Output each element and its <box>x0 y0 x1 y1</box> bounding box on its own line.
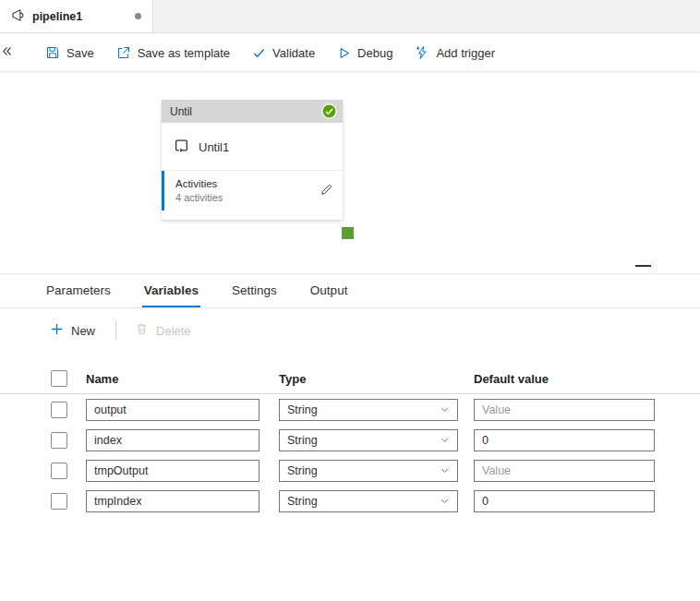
variable-default-input[interactable] <box>474 399 655 421</box>
type-value: String <box>287 403 318 416</box>
until-activity-name-row[interactable]: Until1 <box>162 123 343 170</box>
type-value: String <box>287 464 318 477</box>
delete-variable-button: Delete <box>129 318 197 343</box>
variable-row: String <box>0 425 700 455</box>
pipeline-canvas[interactable]: Until Until1 Activities 4 activities <box>0 73 700 273</box>
collapse-sidebar-icon[interactable] <box>1 45 13 60</box>
tab-pipeline1[interactable]: pipeline1 <box>0 0 153 32</box>
plus-icon <box>50 322 64 339</box>
save-button[interactable]: Save <box>35 40 104 66</box>
editor-tab-bar: pipeline1 <box>0 0 700 33</box>
save-as-template-button[interactable]: Save as template <box>106 40 240 66</box>
variable-default-input[interactable] <box>474 490 655 512</box>
variable-row: String <box>0 394 700 425</box>
until-activity-card[interactable]: Until Until1 Activities 4 activities <box>162 100 343 220</box>
variable-name-input[interactable] <box>86 490 259 512</box>
chevron-down-icon <box>440 435 450 445</box>
until-type-label: Until <box>170 105 192 118</box>
until-activities-section[interactable]: Activities 4 activities <box>162 171 343 210</box>
type-column-header: Type <box>279 372 474 386</box>
new-variable-button[interactable]: New <box>44 318 101 343</box>
add-trigger-lightning-icon <box>415 45 429 60</box>
variable-type-dropdown[interactable]: String <box>279 460 458 482</box>
until-activity-header: Until <box>162 100 343 123</box>
add-trigger-label: Add trigger <box>436 46 495 60</box>
until-activity-name: Until1 <box>199 140 229 154</box>
variable-row: String <box>0 486 700 516</box>
edit-activities-pencil-icon[interactable] <box>320 183 333 199</box>
tab-variables[interactable]: Variables <box>142 274 200 307</box>
validate-label: Validate <box>272 46 315 60</box>
chevron-down-icon <box>440 404 450 415</box>
trash-icon <box>135 322 149 339</box>
validate-check-icon <box>252 46 266 60</box>
delete-label: Delete <box>156 324 191 338</box>
variable-type-dropdown[interactable]: String <box>279 429 458 451</box>
default-column-header: Default value <box>474 372 656 386</box>
activities-count: 4 activities <box>175 191 223 204</box>
type-value: String <box>287 434 318 447</box>
panel-collapse-handle[interactable] <box>635 265 651 267</box>
save-as-template-label: Save as template <box>138 46 230 60</box>
pipeline-toolbar: Save Save as template Validate Debug <box>0 34 700 72</box>
name-column-header: Name <box>86 372 279 386</box>
save-icon <box>45 45 60 60</box>
tab-parameters[interactable]: Parameters <box>44 274 113 307</box>
panel-tabs: Parameters Variables Settings Output <box>0 274 700 308</box>
until-loop-icon <box>174 138 189 156</box>
unsaved-changes-dot <box>135 13 141 19</box>
row-checkbox[interactable] <box>51 463 67 479</box>
pipeline-icon <box>11 8 25 25</box>
row-checkbox[interactable] <box>51 402 67 418</box>
variable-default-input[interactable] <box>474 460 655 482</box>
until-activities-text: Activities 4 activities <box>175 177 223 204</box>
variables-table-header: Name Type Default value <box>0 364 700 394</box>
variable-default-input[interactable] <box>474 429 655 451</box>
select-all-checkbox[interactable] <box>51 370 67 387</box>
row-checkbox[interactable] <box>51 432 67 449</box>
save-label: Save <box>66 46 94 60</box>
variable-name-input[interactable] <box>86 460 259 482</box>
chevron-down-icon <box>440 496 450 506</box>
variable-name-input[interactable] <box>86 399 259 421</box>
tab-title: pipeline1 <box>32 10 82 23</box>
tab-output[interactable]: Output <box>308 274 350 307</box>
variable-row: String <box>0 455 700 486</box>
add-trigger-button[interactable]: Add trigger <box>404 40 505 66</box>
until-output-connector[interactable] <box>342 227 354 239</box>
activities-label: Activities <box>175 177 223 191</box>
chevron-down-icon <box>440 465 450 475</box>
variable-name-input[interactable] <box>86 429 259 451</box>
debug-play-icon <box>337 46 351 60</box>
variable-type-dropdown[interactable]: String <box>279 490 458 512</box>
new-label: New <box>71 324 95 338</box>
debug-label: Debug <box>357 46 392 60</box>
variables-command-bar: New Delete <box>0 309 700 352</box>
type-value: String <box>287 495 318 508</box>
command-separator <box>115 321 116 340</box>
row-checkbox[interactable] <box>51 493 67 510</box>
variable-type-dropdown[interactable]: String <box>279 399 458 421</box>
success-check-icon <box>321 103 337 119</box>
debug-button[interactable]: Debug <box>327 41 403 66</box>
configuration-panel: Parameters Variables Settings Output New… <box>0 273 700 601</box>
tab-settings[interactable]: Settings <box>230 274 279 307</box>
validate-button[interactable]: Validate <box>242 41 325 66</box>
save-as-template-icon <box>116 45 131 60</box>
pipeline-editor: { "tab_bar": { "active_tab": { "title": … <box>0 0 700 601</box>
